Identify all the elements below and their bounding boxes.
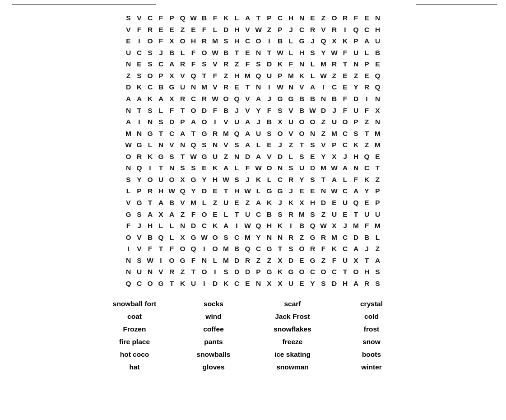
grid-cell: A — [253, 151, 264, 163]
grid-row: SYOUOXGYHWSJKLCRYSTALFKZ — [123, 174, 383, 186]
grid-cell: N — [372, 12, 383, 24]
grid-cell: Z — [329, 70, 340, 82]
grid-cell: U — [372, 209, 383, 220]
grid-cell: I — [199, 278, 210, 289]
grid-cell: X — [351, 255, 362, 266]
grid-cell: A — [242, 128, 253, 140]
grid-cell: T — [232, 47, 242, 59]
grid-cell: L — [145, 139, 156, 151]
grid-cell: I — [232, 220, 242, 232]
grid-cell: L — [253, 139, 264, 151]
word-list-item: wind — [174, 311, 253, 322]
grid-cell: D — [199, 105, 210, 117]
grid-cell: Y — [362, 185, 372, 197]
grid-cell: L — [307, 58, 318, 70]
grid-cell: P — [134, 185, 145, 197]
grid-cell: M — [286, 70, 297, 82]
grid-cell: H — [286, 12, 297, 24]
grid-cell: O — [318, 266, 329, 278]
grid-cell: K — [275, 58, 286, 70]
grid-cell: J — [286, 24, 297, 36]
grid-cell: N — [372, 93, 383, 105]
grid-cell: D — [188, 220, 199, 232]
grid-cell: S — [177, 162, 188, 174]
grid-cell: L — [286, 35, 297, 47]
grid-cell: N — [123, 266, 134, 278]
grid-cell: F — [188, 255, 199, 266]
grid-cell: H — [210, 174, 221, 186]
word-list-item: snow — [332, 336, 411, 347]
grid-cell: A — [340, 162, 351, 174]
grid-cell: P — [329, 139, 340, 151]
grid-cell: U — [134, 266, 145, 278]
grid-cell: G — [286, 93, 297, 105]
grid-cell: A — [242, 139, 253, 151]
grid-cell: J — [362, 243, 372, 255]
grid-cell: W — [329, 185, 340, 197]
grid-cell: Z — [177, 209, 188, 220]
grid-cell: V — [177, 70, 188, 82]
grid-cell: N — [156, 139, 167, 151]
grid-cell: O — [145, 35, 156, 47]
grid-row: AAKAXRCRWOQVAJGGBBNBFDIN — [123, 93, 383, 105]
grid-cell: O — [199, 209, 210, 220]
grid-cell: Z — [264, 255, 275, 266]
grid-cell: B — [156, 81, 167, 93]
grid-cell: Z — [372, 243, 383, 255]
grid-cell: F — [318, 243, 329, 255]
grid-cell: K — [221, 12, 232, 24]
grid-cell: B — [372, 47, 383, 59]
grid-cell: K — [177, 278, 188, 289]
grid-cell: W — [188, 151, 199, 163]
grid-cell: L — [156, 105, 167, 117]
grid-cell: A — [242, 12, 253, 24]
grid-cell: X — [372, 105, 383, 117]
grid-cell: U — [351, 105, 362, 117]
grid-cell: C — [242, 35, 253, 47]
grid-cell: K — [134, 81, 145, 93]
grid-cell: G — [177, 255, 188, 266]
grid-cell: S — [145, 105, 156, 117]
grid-cell: Q — [232, 128, 242, 140]
grid-cell: Q — [156, 232, 167, 243]
grid-cell: A — [362, 35, 372, 47]
grid-cell: F — [264, 105, 275, 117]
grid-cell: L — [286, 151, 297, 163]
grid-cell: E — [297, 278, 307, 289]
grid-cell: R — [199, 93, 210, 105]
grid-cell: U — [123, 47, 134, 59]
grid-cell: R — [221, 58, 232, 70]
grid-cell: S — [123, 174, 134, 186]
grid-cell: B — [221, 105, 232, 117]
grid-cell: Z — [318, 209, 329, 220]
grid-cell: Z — [221, 151, 232, 163]
grid-cell: T — [156, 128, 167, 140]
grid-cell: G — [264, 243, 275, 255]
grid-cell: J — [340, 151, 351, 163]
grid-cell: L — [156, 220, 167, 232]
grid-cell: P — [253, 266, 264, 278]
grid-cell: M — [221, 255, 232, 266]
grid-cell: R — [340, 12, 351, 24]
grid-cell: Y — [297, 174, 307, 186]
grid-cell: F — [134, 24, 145, 36]
grid-cell: A — [177, 128, 188, 140]
grid-cell: E — [307, 12, 318, 24]
grid-cell: Z — [123, 70, 134, 82]
name-field — [9, 5, 156, 5]
grid-cell: C — [329, 81, 340, 93]
grid-cell: F — [167, 105, 177, 117]
grid-cell: F — [242, 58, 253, 70]
grid-cell: M — [221, 243, 232, 255]
grid-cell: A — [372, 255, 383, 266]
grid-cell: H — [351, 151, 362, 163]
grid-cell: B — [264, 209, 275, 220]
grid-cell: Z — [210, 197, 221, 209]
grid-cell: G — [275, 185, 286, 197]
grid-cell: K — [210, 220, 221, 232]
grid-cell: X — [329, 35, 340, 47]
grid-cell: O — [177, 35, 188, 47]
word-list-item: Frozen — [95, 324, 174, 335]
grid-cell: U — [188, 278, 199, 289]
grid-cell: N — [253, 47, 264, 59]
